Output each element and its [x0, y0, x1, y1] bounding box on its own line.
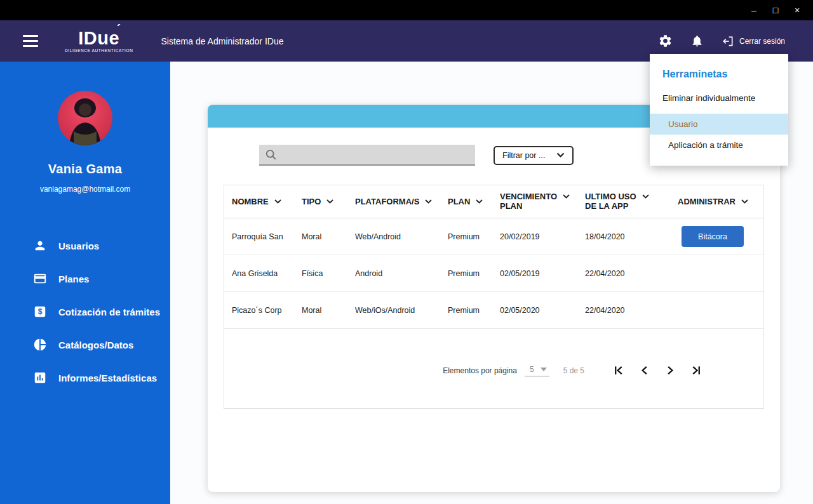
- next-page-icon[interactable]: [664, 364, 676, 376]
- chevron-down-icon: [274, 199, 281, 204]
- pagination-nav: [612, 364, 702, 376]
- column-header-ultimo-uso[interactable]: ULTIMO USO DE LA APP: [577, 192, 670, 211]
- tools-dropdown-section-label: Eliminar individualmente: [662, 93, 776, 103]
- cell-vencimiento: 02/05/2020: [492, 306, 577, 315]
- logout-icon: [722, 35, 734, 48]
- sidebar-item-catalogos[interactable]: Catálogos/Datos: [0, 328, 170, 361]
- bar-chart-icon: [33, 371, 47, 385]
- cell-plan: Premium: [440, 306, 492, 315]
- tools-menu-item-usuario[interactable]: Usuario: [650, 114, 788, 135]
- column-header-plan[interactable]: PLAN: [440, 197, 492, 206]
- cell-tipo: Física: [294, 269, 347, 278]
- chevron-down-icon: [741, 199, 748, 204]
- search-input[interactable]: [281, 150, 469, 159]
- app-title: Sistema de Administrador IDue: [161, 36, 283, 46]
- cell-nombre: Ana Griselda: [224, 269, 294, 278]
- cell-plan: Premium: [440, 232, 492, 241]
- svg-text:$: $: [38, 307, 43, 316]
- cell-tipo: Moral: [294, 232, 347, 241]
- chevron-down-icon: [425, 199, 432, 204]
- table-header-row: NOMBRE TIPO PLATAFORMA/S PLAN: [224, 185, 763, 218]
- user-name: Vania Gama: [48, 162, 122, 176]
- filter-button[interactable]: Filtrar por ...: [494, 146, 574, 165]
- users-table: NOMBRE TIPO PLATAFORMA/S PLAN: [224, 185, 764, 409]
- sidebar-item-label: Cotización de trámites: [58, 306, 160, 318]
- cell-ultimo-uso: 18/04/2020: [577, 232, 670, 241]
- table-row: Ana Griselda Física Android Premium 02/0…: [224, 255, 763, 292]
- chevron-down-icon: [476, 199, 483, 204]
- search-icon: [265, 149, 277, 161]
- cell-vencimiento: 20/02/2019: [492, 232, 577, 241]
- user-icon: [33, 239, 47, 253]
- bitacora-button[interactable]: Bitácora: [682, 226, 744, 247]
- sidebar-item-label: Planes: [58, 273, 89, 285]
- maximize-icon[interactable]: □: [765, 1, 786, 19]
- logo-accent: ´: [117, 23, 121, 35]
- logo-text: IDue´: [78, 29, 119, 48]
- chevron-down-icon: [563, 194, 570, 199]
- chevron-down-icon: [541, 368, 547, 371]
- items-per-page-label: Elementos por página: [443, 366, 517, 375]
- titlebar: – □ ×: [0, 0, 813, 20]
- chevron-down-icon: [326, 199, 333, 204]
- user-email: vaniagamag@hotmail.com: [40, 185, 130, 194]
- cell-ultimo-uso: 22/04/2020: [577, 269, 670, 278]
- sidebar-item-planes[interactable]: Planes: [0, 262, 170, 295]
- cell-vencimiento: 02/05/2019: [492, 269, 577, 278]
- pie-chart-icon: [33, 338, 47, 352]
- sidebar-item-label: Catálogos/Datos: [58, 339, 133, 351]
- app-logo: IDue´ DILIGENCE AUTHENTICATION: [65, 29, 133, 53]
- column-header-tipo[interactable]: TIPO: [294, 197, 347, 206]
- table-row: Parroquía San Moral Web/Android Premium …: [224, 218, 763, 255]
- card-icon: [33, 272, 47, 286]
- table-row: Picazo´s Corp Moral Web/iOs/Android Prem…: [224, 292, 763, 329]
- sidebar-menu: Usuarios Planes $ Cotización de trámites…: [0, 229, 170, 394]
- sidebar-item-informes[interactable]: Informes/Estadísticas: [0, 361, 170, 394]
- bell-icon[interactable]: [690, 34, 704, 48]
- cell-plan: Premium: [440, 269, 492, 278]
- tools-menu-item-aplicacion[interactable]: Aplicación a trámite: [650, 135, 788, 156]
- cell-tipo: Moral: [294, 306, 347, 315]
- sidebar-item-label: Usuarios: [58, 240, 99, 252]
- search-box: [259, 145, 475, 166]
- last-page-icon[interactable]: [690, 364, 702, 376]
- page-range-label: 5 de 5: [563, 366, 584, 375]
- hamburger-menu-icon[interactable]: [20, 32, 41, 50]
- cell-plataformas: Web/Android: [347, 232, 440, 241]
- sidebar-item-cotizacion[interactable]: $ Cotización de trámites: [0, 295, 170, 328]
- avatar: [58, 91, 112, 145]
- column-header-administrar[interactable]: ADMINISTRAR: [670, 197, 763, 206]
- column-header-nombre[interactable]: NOMBRE: [224, 197, 294, 206]
- close-icon[interactable]: ×: [786, 1, 808, 19]
- logout-button[interactable]: Cerrar sesión: [722, 35, 785, 48]
- cell-nombre: Picazo´s Corp: [224, 306, 294, 315]
- app-window: – □ × IDue´ DILIGENCE AUTHENTICATION Sis…: [0, 0, 813, 504]
- sidebar-item-usuarios[interactable]: Usuarios: [0, 229, 170, 262]
- cell-nombre: Parroquía San: [224, 232, 294, 241]
- first-page-icon[interactable]: [612, 364, 624, 376]
- previous-page-icon[interactable]: [638, 364, 650, 376]
- cell-ultimo-uso: 22/04/2020: [577, 306, 670, 315]
- pagination: Elementos por página 5 5 de 5: [224, 364, 763, 376]
- dollar-square-icon: $: [33, 305, 47, 319]
- cell-plataformas: Web/iOs/Android: [347, 306, 440, 315]
- sidebar-item-label: Informes/Estadísticas: [58, 372, 157, 384]
- gear-icon[interactable]: [658, 34, 673, 48]
- chevron-down-icon: [642, 194, 649, 199]
- tools-dropdown: Herraminetas Eliminar individualmente Us…: [650, 54, 788, 166]
- filter-label: Filtrar por ...: [502, 151, 545, 160]
- logo-subtitle: DILIGENCE AUTHENTICATION: [65, 49, 133, 53]
- column-header-vencimiento[interactable]: VENCIMIENTO PLAN: [492, 192, 577, 211]
- header-actions: Cerrar sesión: [658, 34, 785, 48]
- logout-label: Cerrar sesión: [739, 37, 785, 46]
- chevron-down-icon: [556, 152, 565, 158]
- sidebar: Vania Gama vaniagamag@hotmail.com Usuari…: [0, 62, 170, 504]
- column-header-plataformas[interactable]: PLATAFORMA/S: [347, 197, 440, 206]
- tools-dropdown-title: Herraminetas: [662, 69, 776, 80]
- items-per-page-select[interactable]: 5: [525, 365, 549, 376]
- cell-plataformas: Android: [347, 269, 440, 278]
- minimize-icon[interactable]: –: [743, 1, 765, 19]
